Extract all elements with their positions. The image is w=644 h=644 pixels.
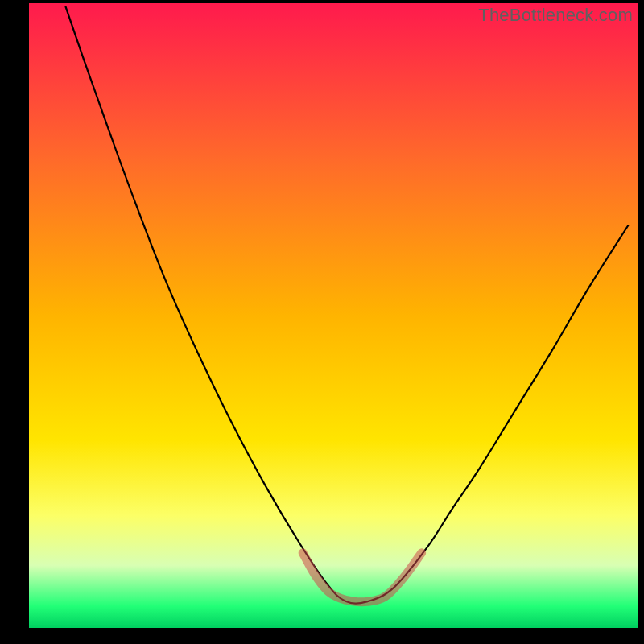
chart-background <box>29 3 638 628</box>
svg-rect-4 <box>0 628 644 644</box>
svg-rect-2 <box>638 0 644 644</box>
watermark-text: TheBottleneck.com <box>478 5 633 26</box>
svg-rect-1 <box>0 0 29 644</box>
svg-rect-3 <box>0 0 644 3</box>
bottleneck-chart <box>0 0 644 644</box>
